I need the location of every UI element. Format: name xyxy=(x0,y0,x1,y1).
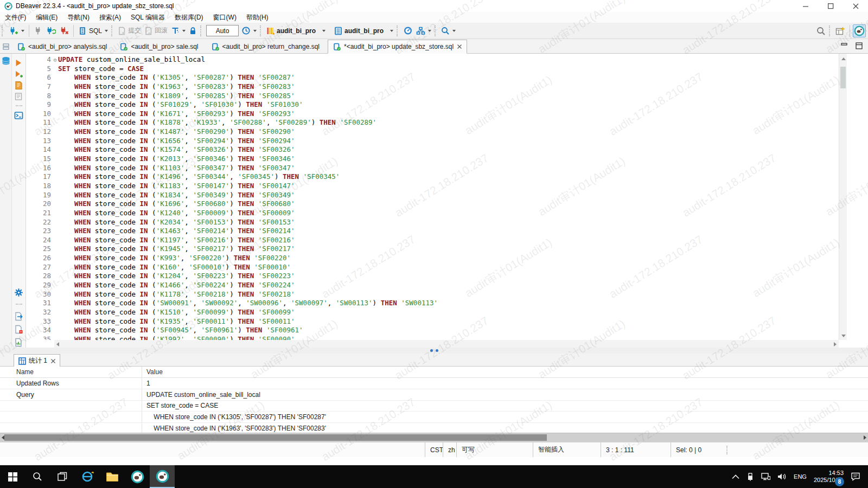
code-line[interactable]: 9 WHEN store_code IN ('SF01029', 'SF0103… xyxy=(26,100,839,110)
code-line[interactable]: 11 WHEN store_code IN ('K1878', 'K1933',… xyxy=(26,118,839,127)
notification-count-badge[interactable]: 8 xyxy=(835,477,844,486)
code-line[interactable]: 17 WHEN store_code IN ('K1496', 'SF00344… xyxy=(26,172,839,182)
close-icon[interactable] xyxy=(457,44,462,49)
editor-tab[interactable]: <audit_bi_pro> sale.sql xyxy=(115,40,203,53)
editor-results-splitter[interactable] xyxy=(0,348,868,354)
explain-plan-icon[interactable] xyxy=(14,92,23,101)
maximize-view-icon[interactable] xyxy=(856,42,863,49)
code-line[interactable]: 33 WHEN store_code IN ('K1935', 'SF00011… xyxy=(26,317,839,326)
internet-explorer-icon[interactable] xyxy=(75,465,100,488)
menu-item[interactable]: 文件(F) xyxy=(0,12,31,23)
commit-button[interactable]: 提交 xyxy=(116,24,143,37)
code-line[interactable]: 25 WHEN store_code IN ('K1945', 'SF00217… xyxy=(26,245,839,254)
commit-mode-button[interactable] xyxy=(414,24,433,37)
editor-tab[interactable]: *<audit_bi_pro> update_sbz_store.sql xyxy=(328,40,467,54)
code-line[interactable]: 26 WHEN store_code IN ('K993', 'SF00220'… xyxy=(26,254,839,263)
close-button[interactable] xyxy=(843,0,868,12)
sql-editor[interactable]: 4⊖UPDATE custom_online_sale_bill_local5S… xyxy=(26,54,839,340)
reconnect-button[interactable] xyxy=(44,24,58,37)
menu-item[interactable]: 帮助(H) xyxy=(241,12,273,23)
scroll-right-arrow-icon[interactable] xyxy=(864,435,866,440)
dbeaver-app-icon[interactable] xyxy=(125,465,150,488)
maximize-button[interactable] xyxy=(818,0,843,12)
column-header-name[interactable]: Name xyxy=(0,367,142,377)
code-line[interactable]: 7 WHEN store_code IN ('K1963', 'SF00283'… xyxy=(26,82,839,92)
editor-horizontal-scrollbar[interactable] xyxy=(54,340,839,348)
scroll-right-arrow-icon[interactable] xyxy=(834,342,837,346)
code-line[interactable]: 18 WHEN store_code IN ('K1183', 'SF00147… xyxy=(26,182,839,191)
menu-item[interactable]: 搜索(A) xyxy=(94,12,126,23)
scroll-left-arrow-icon[interactable] xyxy=(56,342,59,346)
menu-item[interactable]: 编辑(E) xyxy=(31,12,62,23)
restore-panel-icon[interactable] xyxy=(3,43,9,50)
quick-access-search-button[interactable] xyxy=(815,24,827,37)
code-line[interactable]: 31 WHEN store_code IN ('SW00091', 'SW000… xyxy=(26,299,839,308)
code-line[interactable]: 20 WHEN store_code IN ('K1696', 'SF00680… xyxy=(26,200,839,209)
open-perspective-button[interactable] xyxy=(834,24,847,37)
code-line[interactable]: 29 WHEN store_code IN ('K1466', 'SF00224… xyxy=(26,281,839,290)
code-line[interactable]: 12 WHEN store_code IN ('K1487', 'SF00290… xyxy=(26,127,839,137)
dashboard-button[interactable] xyxy=(401,24,414,37)
code-line[interactable]: 34 WHEN store_code IN ('SF00945', 'SF009… xyxy=(26,326,839,335)
scrollbar-thumb[interactable] xyxy=(840,67,846,88)
fold-collapse-icon[interactable]: ⊖ xyxy=(52,56,58,65)
code-line[interactable]: 28 WHEN store_code IN ('K1204', 'SF00223… xyxy=(26,272,839,281)
disconnect-all-button[interactable] xyxy=(58,24,71,37)
code-line[interactable]: 16 WHEN store_code IN ('K1103', 'SF00347… xyxy=(26,164,839,173)
active-schema-selector[interactable]: audit_bi_pro xyxy=(333,24,395,37)
table-row[interactable]: WHEN store_code IN ('K1963', 'SF00283') … xyxy=(0,423,868,433)
code-line[interactable]: 27 WHEN store_code IN ('K160', 'SF00010'… xyxy=(26,263,839,272)
volume-tray-icon[interactable] xyxy=(777,473,787,480)
table-row[interactable]: SET store_code = CASE xyxy=(0,401,868,412)
editor-vertical-scrollbar[interactable] xyxy=(839,54,847,340)
sql-editor-button[interactable]: SQL xyxy=(76,24,110,37)
code-line[interactable]: 23 WHEN store_code IN ('K1463', 'SF00214… xyxy=(26,227,839,236)
code-line[interactable]: 8 WHEN store_code IN ('K1809', 'SF00285'… xyxy=(26,92,839,101)
rollback-button[interactable]: 回滚 xyxy=(143,24,169,37)
network-tray-icon[interactable] xyxy=(761,473,770,480)
settings-gear-icon[interactable] xyxy=(14,288,23,297)
file-explorer-icon[interactable] xyxy=(100,465,125,488)
code-line[interactable]: 24 WHEN store_code IN ('K1197', 'SF00216… xyxy=(26,236,839,245)
dbeaver-app-icon-active[interactable] xyxy=(150,465,175,488)
dbeaver-perspective-button[interactable] xyxy=(853,24,866,37)
active-connection-selector[interactable]: audit_bi_pro xyxy=(265,24,327,37)
code-line[interactable]: 14 WHEN store_code IN ('K1574', 'SF00326… xyxy=(26,145,839,155)
disconnect-button[interactable] xyxy=(32,24,44,37)
code-line[interactable]: 32 WHEN store_code IN ('K1510', 'SF00099… xyxy=(26,308,839,317)
minimize-button[interactable] xyxy=(793,0,818,12)
code-line[interactable]: 6 WHEN store_code IN ('K1305', 'SF00287'… xyxy=(26,73,839,82)
transaction-log-button[interactable] xyxy=(169,24,187,37)
query-history-button[interactable] xyxy=(240,24,258,37)
results-horizontal-scrollbar[interactable] xyxy=(0,433,868,442)
table-row[interactable]: WHEN store_code IN ('K1305', 'SF00287') … xyxy=(0,412,868,423)
new-connection-button[interactable] xyxy=(7,24,26,37)
transaction-mode-select[interactable]: Auto xyxy=(206,25,239,36)
statistics-doc-icon[interactable] xyxy=(14,338,23,347)
close-icon[interactable] xyxy=(51,359,55,363)
menu-item[interactable]: 数据库(D) xyxy=(170,12,208,23)
table-row[interactable]: QueryUPDATE custom_online_sale_bill_loca… xyxy=(0,389,868,401)
menu-item[interactable]: 窗口(W) xyxy=(208,12,241,23)
editor-tab[interactable]: <audit_bi_pro> return_change.sql xyxy=(207,40,324,53)
tab-statistics[interactable]: 统计 1 xyxy=(14,354,60,367)
code-line[interactable]: 15 WHEN store_code IN ('K2013', 'SF00346… xyxy=(26,155,839,164)
code-line[interactable]: 22 WHEN store_code IN ('K2034', 'SF00153… xyxy=(26,218,839,227)
code-line[interactable]: 5SET store_code = CASE xyxy=(26,65,839,74)
toolbar-search-button[interactable] xyxy=(439,24,457,37)
scroll-up-arrow-icon[interactable] xyxy=(841,57,846,60)
execute-script-icon[interactable] xyxy=(14,81,23,90)
code-line[interactable]: 13 WHEN store_code IN ('K1656', 'SF00294… xyxy=(26,137,839,146)
lock-button[interactable] xyxy=(187,24,199,37)
terminal-icon[interactable] xyxy=(14,111,23,120)
taskbar-search-button[interactable] xyxy=(25,465,50,488)
notification-center-icon[interactable] xyxy=(851,472,860,481)
language-indicator[interactable]: ENG xyxy=(794,473,807,480)
table-row[interactable]: Updated Rows1 xyxy=(0,378,868,389)
tray-expand-chevron-icon[interactable] xyxy=(732,474,739,479)
save-report-icon[interactable] xyxy=(14,325,23,334)
menu-item[interactable]: SQL 编辑器 xyxy=(126,12,170,23)
code-line[interactable]: 35 WHEN store_code IN ('K1992', 'SF00090… xyxy=(26,335,839,340)
menu-item[interactable]: 导航(N) xyxy=(62,12,94,23)
scroll-down-arrow-icon[interactable] xyxy=(841,335,846,337)
